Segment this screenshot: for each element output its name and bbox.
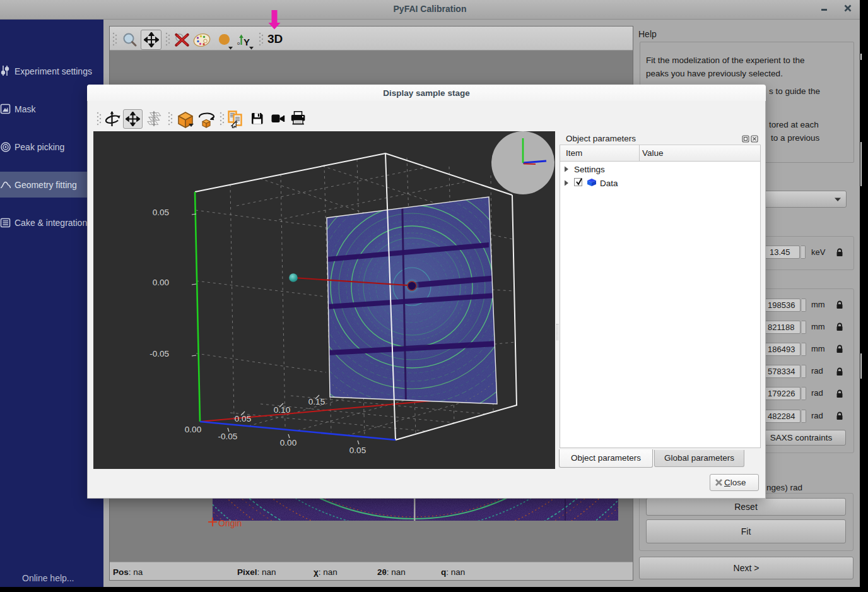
svg-text:0.15: 0.15: [308, 397, 325, 406]
svg-text:0.00: 0.00: [280, 438, 296, 447]
svg-text:0.05: 0.05: [153, 208, 169, 217]
svg-text:-0.05: -0.05: [150, 349, 169, 358]
svg-text:0.05: 0.05: [235, 414, 251, 423]
svg-text:0.00: 0.00: [153, 278, 169, 287]
svg-text:0.10: 0.10: [274, 405, 290, 415]
svg-text:o: o: [237, 40, 240, 46]
svg-text:0.05: 0.05: [349, 446, 366, 455]
svg-text:Origin: Origin: [218, 518, 242, 528]
svg-text:-0.05: -0.05: [218, 432, 238, 441]
svg-text:Y: Y: [243, 37, 250, 47]
svg-text:0.00: 0.00: [185, 425, 201, 434]
